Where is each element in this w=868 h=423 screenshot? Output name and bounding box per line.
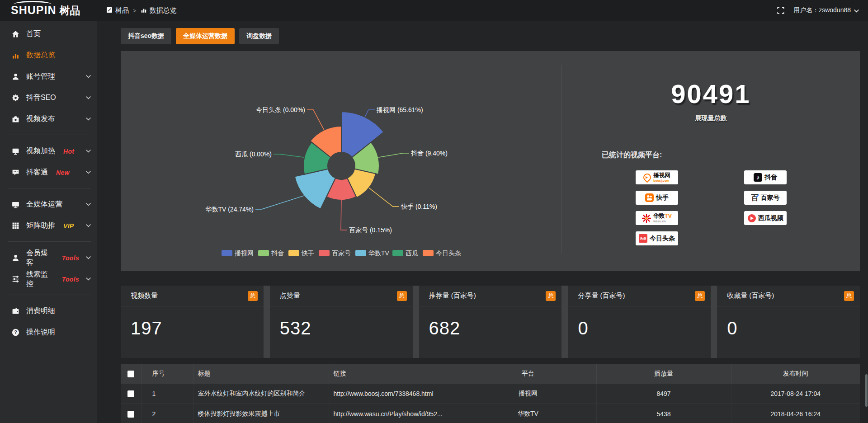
user-label: 用户名：zswodun88 [793,6,851,14]
user-menu[interactable]: 用户名：zswodun88 [793,6,859,14]
pie-label: 华数TV (24.74%) [205,206,254,213]
total-badge: 总 [397,291,407,301]
row-checkbox[interactable] [127,411,134,418]
chevron-down-icon [854,7,859,14]
platform-badge-baijiahao: 百百家号 [744,191,787,205]
heat-icon [12,147,19,155]
sidebar-item-7[interactable]: 全媒体运营 [0,194,97,215]
douyin-logo: ♪ [754,173,762,182]
xigua-logo [748,214,756,222]
legend-item-华数TV[interactable]: 华数TV [355,249,390,257]
breadcrumb-root[interactable]: 树品 [106,6,129,15]
platform-name: 快手 [656,194,669,201]
platform-name: 今日头条 [650,235,675,242]
sidebar-item-label: 操作说明 [26,328,55,337]
stat-card-value: 682 [419,306,562,338]
sidebar-item-3[interactable]: 抖音SEO [0,87,97,108]
pie-slice-华数TV[interactable] [295,169,335,209]
label-leader-line [307,110,324,130]
cell-platform: 播视网 [460,384,596,404]
sidebar-item-8[interactable]: 矩阵助推VIP [0,215,97,236]
chevron-down-icon [86,256,91,259]
col-header-time: 发布时间 [731,364,860,384]
grid-icon [12,222,19,230]
cell-plays: 5438 [596,404,731,423]
svg-text:西瓜: 西瓜 [406,249,418,257]
cell-time: 2017-08-24 17:04 [731,384,860,404]
chevron-down-icon [86,150,91,153]
wasu-logo [642,214,651,223]
platform-badge-wasu: 华数TVwasu.cn [636,211,678,225]
legend-item-播视网[interactable]: 播视网 [222,249,254,257]
sidebar-divider [8,188,91,188]
scrollbar-thumb[interactable] [865,374,868,407]
sidebar-item-11[interactable]: 消费明细 [0,301,97,322]
stat-card-label: 推荐量 (百家号) [429,291,476,300]
cell-seq: 1 [141,384,193,404]
legend-item-西瓜[interactable]: 西瓜 [392,249,418,257]
total-badge: 总 [248,291,258,301]
sidebar-item-6[interactable]: 抖客通New [0,162,97,183]
sidebar-badge: VIP [63,222,74,230]
select-all-checkbox[interactable] [127,371,134,377]
label-leader-line [341,200,347,230]
video-title-link[interactable]: 室外水纹灯和室内水纹灯的区别和简介 [193,384,329,404]
sidebar-item-1[interactable]: 数据总览 [0,45,97,66]
sidebar-item-label: 会员爆客 [26,249,54,268]
stat-card-label: 收藏量 (百家号) [727,291,774,300]
sidebar-item-12[interactable]: ?操作说明 [0,322,97,343]
pie-label: 百家号 (0.15%) [349,226,392,234]
stat-cards-row: 视频数量总197点赞量总532推荐量 (百家号)总682分享量 (百家号)总0收… [121,286,860,358]
sidebar-item-9[interactable]: 会员爆客Tools [0,247,97,268]
video-title-link[interactable]: 楼体投影灯投影效果震撼上市 [193,404,329,423]
tab-0[interactable]: 抖音seo数据 [121,28,171,44]
sidebar-item-2[interactable]: 账号管理 [0,66,97,87]
rose-chart-svg: 播视网 (65.61%)抖音 (9.40%)快手 (0.11%)百家号 (0.1… [121,51,561,271]
tab-2[interactable]: 询盘数据 [239,28,279,44]
legend-item-抖音[interactable]: 抖音 [258,249,284,257]
row-checkbox[interactable] [127,390,134,397]
stat-card-4: 收藏量 (百家号)总0 [717,286,860,358]
sidebar-item-0[interactable]: 首页 [0,24,97,45]
wallet-icon [12,307,19,315]
tab-1[interactable]: 全媒体运营数据 [176,28,235,44]
legend-item-今日头条[interactable]: 今日头条 [423,249,461,257]
sidebar-item-4[interactable]: 视频发布 [0,108,97,130]
note-icon [106,7,113,14]
platform-name: 西瓜视频 [758,215,783,221]
cell-platform: 华数TV [460,404,596,423]
monitor-icon [12,201,19,208]
platform-badge-xigua: 西瓜视频 [744,211,787,225]
sidebar-item-label: 首页 [26,29,41,39]
legend-item-快手[interactable]: 快手 [288,249,314,257]
platform-badge-kuaishou: 快手 [636,191,678,205]
sidebar-divider [8,135,91,135]
video-url-link[interactable]: http://www.wasu.cn/Play/show/id/952... [329,404,460,423]
sidebar-badge: Hot [63,148,74,155]
cell-seq: 2 [141,404,193,423]
legend-item-百家号[interactable]: 百家号 [319,249,351,257]
sidebar-item-label: 视频加热 [26,146,55,156]
overview-panel: 播视网 (65.61%)抖音 (9.40%)快手 (0.11%)百家号 (0.1… [121,51,860,271]
breadcrumb: 树品 > 数据总览 [106,6,177,15]
label-leader-line [365,110,375,117]
pie-label: 快手 (0.11%) [401,203,437,210]
total-badge: 总 [546,291,556,301]
sidebar-item-10[interactable]: 线索监控Tools [0,268,97,290]
chat-icon [12,169,19,176]
breadcrumb-current[interactable]: 数据总览 [141,6,177,15]
label-leader-line [255,196,304,209]
top-bar: SHUPIN 树品 树品 > 数据总览 用户名：zswodun88 [0,0,868,21]
chevron-down-icon [86,224,91,227]
sidebar-item-label: 全媒体运营 [26,200,62,209]
stat-card-value: 0 [717,306,860,338]
video-url-link[interactable]: http://www.boosj.com/7338468.html [329,384,460,404]
label-leader-line [369,188,399,207]
svg-text:快手: 快手 [301,249,314,257]
sidebar: 首页数据总览账号管理抖音SEO视频发布视频加热Hot抖客通New全媒体运营矩阵助… [0,21,97,423]
gear-icon [12,94,19,102]
fullscreen-icon[interactable] [777,7,784,14]
sidebar-item-5[interactable]: 视频加热Hot [0,141,97,162]
sidebar-item-label: 视频发布 [26,114,55,124]
platform-name: 播视网 [653,173,670,179]
